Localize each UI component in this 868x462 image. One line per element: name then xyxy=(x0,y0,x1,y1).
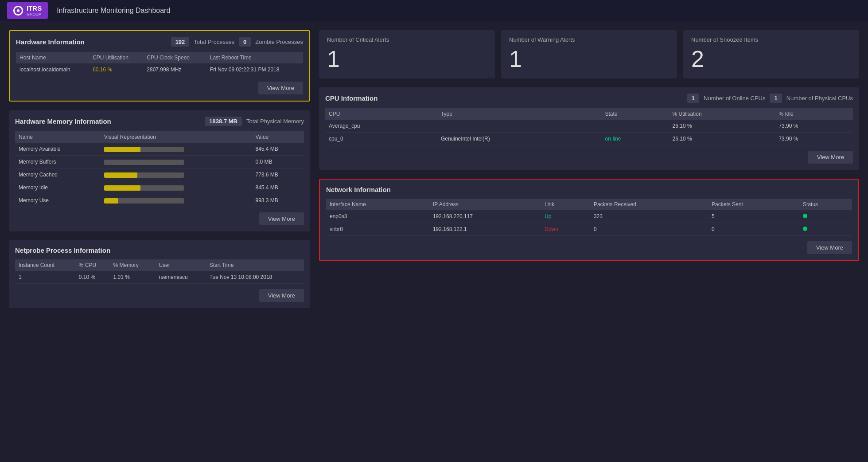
cell-mem-value: 0.0 MB xyxy=(252,156,304,168)
col-status: Status xyxy=(799,199,852,210)
col-clock-speed: CPU Clock Speed xyxy=(143,52,206,63)
col-start-time: Start Time xyxy=(206,259,304,271)
cell-last-reboot: Fri Nov 09 02:22:31 PM 2018 xyxy=(206,63,303,76)
warning-alerts-value: 1 xyxy=(509,47,669,70)
col-last-reboot: Last Reboot Time xyxy=(206,52,303,63)
cell-mem-name: Memory Idle xyxy=(15,181,101,194)
table-row: Memory Idle845.4 MB xyxy=(15,181,304,194)
network-info-title: Network Information xyxy=(326,186,852,193)
col-pct-memory: % Memory xyxy=(109,259,155,271)
hardware-info-table: Host Name CPU Utilisation CPU Clock Spee… xyxy=(16,52,303,76)
cell-mem-value: 845.4 MB xyxy=(252,181,304,194)
cell-cpu-util: 60.16 % xyxy=(89,63,143,76)
table-row: cpu_0 GenuineIntel Intel(R) on-line 26.1… xyxy=(325,133,853,145)
cell-mem-visual xyxy=(101,181,252,194)
network-info-view-more[interactable]: View More xyxy=(807,241,852,254)
hardware-memory-table: Name Visual Representation Value Memory … xyxy=(15,131,304,207)
cell-type xyxy=(437,120,602,133)
page-title: Infrastructure Monitoring Dashboard xyxy=(57,7,170,15)
hardware-info-header: Hardware Information 192 Total Processes… xyxy=(16,37,303,47)
hardware-info-title: Hardware Information xyxy=(16,38,167,46)
cell-ip: 192.168.220.117 xyxy=(429,210,541,223)
network-info-panel: Network Information Interface Name IP Ad… xyxy=(319,179,859,261)
hardware-memory-header: Hardware Memory Information 1838.7 MB To… xyxy=(15,117,304,126)
logo-text: ITRS xyxy=(27,4,42,12)
netprobe-title: Netprobe Process Information xyxy=(15,247,304,254)
cell-utilisation: 26.10 % xyxy=(669,120,775,133)
col-state: State xyxy=(601,108,669,120)
cell-mem-value: 993.3 MB xyxy=(252,194,304,207)
col-link: Link xyxy=(541,199,590,210)
physical-cpus-badge: 1 xyxy=(770,94,782,103)
total-memory-badge: 1838.7 MB xyxy=(205,117,242,126)
col-idle: % Idle xyxy=(775,108,853,120)
hardware-memory-view-more[interactable]: View More xyxy=(259,212,304,225)
cell-mem-value: 845.4 MB xyxy=(252,143,304,156)
total-processes-label: Total Processes xyxy=(194,39,234,45)
snoozed-items-value: 2 xyxy=(691,47,851,70)
table-row: Memory Cached773.6 MB xyxy=(15,168,304,181)
col-packets-received: Packets Received xyxy=(590,199,708,210)
main-content: Hardware Information 192 Total Processes… xyxy=(0,21,868,317)
col-cpu: CPU xyxy=(325,108,437,120)
cell-pct-cpu: 0.10 % xyxy=(75,271,110,284)
cell-ip: 192.168.122.1 xyxy=(429,223,541,236)
cell-interface: virbr0 xyxy=(326,223,429,236)
topbar: ITRS GROUP Infrastructure Monitoring Das… xyxy=(0,0,868,21)
total-memory-label: Total Physical Memory xyxy=(246,118,304,125)
table-row: Memory Available845.4 MB xyxy=(15,143,304,156)
cell-cpu: cpu_0 xyxy=(325,133,437,145)
cpu-info-header: CPU Information 1 Number of Online CPUs … xyxy=(325,94,853,103)
col-user: User xyxy=(155,259,206,271)
cell-idle: 73.90 % xyxy=(775,120,853,133)
logo-sub: GROUP xyxy=(27,12,42,16)
cell-state xyxy=(601,120,669,133)
cell-idle: 73.90 % xyxy=(775,133,853,145)
col-packets-sent: Packets Sent xyxy=(708,199,799,210)
physical-cpus-label: Number of Physical CPUs xyxy=(786,95,853,102)
cell-mem-name: Memory Cached xyxy=(15,168,101,181)
col-mem-name: Name xyxy=(15,131,101,143)
cell-clock-speed: 2807.998 MHz xyxy=(143,63,206,76)
cell-status xyxy=(799,223,852,236)
cpu-info-view-more[interactable]: View More xyxy=(808,151,853,164)
table-row: localhost.localdomain 60.16 % 2807.998 M… xyxy=(16,63,303,76)
cell-mem-visual xyxy=(101,194,252,207)
critical-alerts-value: 1 xyxy=(327,47,487,70)
warning-alerts-label: Number of Warning Alerts xyxy=(509,36,669,43)
cell-mem-visual xyxy=(101,143,252,156)
online-cpus-label: Number of Online CPUs xyxy=(704,95,765,102)
cpu-info-title: CPU Information xyxy=(325,94,683,102)
cell-packets-received: 323 xyxy=(590,210,708,223)
right-column: Number of Critical Alerts 1 Number of Wa… xyxy=(319,30,859,308)
col-hostname: Host Name xyxy=(16,52,89,63)
col-interface-name: Interface Name xyxy=(326,199,429,210)
table-row: Average_cpu 26.10 % 73.90 % xyxy=(325,120,853,133)
cell-link: Down xyxy=(541,223,590,236)
cell-status xyxy=(799,210,852,223)
table-row: Memory Buffers0.0 MB xyxy=(15,156,304,168)
cell-hostname: localhost.localdomain xyxy=(16,63,89,76)
online-cpus-badge: 1 xyxy=(687,94,699,103)
cell-mem-visual xyxy=(101,156,252,168)
netprobe-view-more[interactable]: View More xyxy=(259,289,304,302)
col-instance-count: Instance Count xyxy=(15,259,75,271)
cpu-info-table: CPU Type State % Utilisation % Idle Aver… xyxy=(325,108,853,145)
col-ip-address: IP Address xyxy=(429,199,541,210)
logo-icon xyxy=(13,6,23,16)
logo: ITRS GROUP xyxy=(7,2,48,19)
alert-row: Number of Critical Alerts 1 Number of Wa… xyxy=(319,30,859,78)
cpu-info-panel: CPU Information 1 Number of Online CPUs … xyxy=(319,87,859,170)
col-cpu-util: CPU Utilisation xyxy=(89,52,143,63)
cell-mem-value: 773.6 MB xyxy=(252,168,304,181)
hardware-memory-panel: Hardware Memory Information 1838.7 MB To… xyxy=(9,110,310,231)
snoozed-items-card: Number of Snoozed Items 2 xyxy=(683,30,859,78)
critical-alerts-label: Number of Critical Alerts xyxy=(327,36,487,43)
cell-mem-visual xyxy=(101,168,252,181)
hardware-info-panel: Hardware Information 192 Total Processes… xyxy=(9,30,310,102)
hardware-info-view-more[interactable]: View More xyxy=(258,82,303,94)
cell-interface: enp0s3 xyxy=(326,210,429,223)
cell-mem-name: Memory Buffers xyxy=(15,156,101,168)
cell-type: GenuineIntel Intel(R) xyxy=(437,133,602,145)
cell-utilisation: 26.10 % xyxy=(669,133,775,145)
